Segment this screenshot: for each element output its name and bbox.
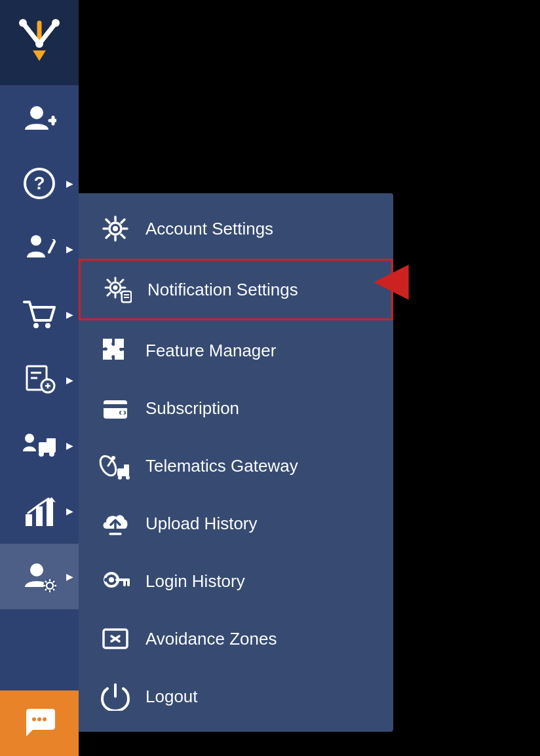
- telematics-gateway-label: Telematics Gateway: [145, 456, 298, 476]
- svg-point-73: [121, 411, 125, 415]
- fleet-icon: [22, 429, 57, 462]
- svg-point-45: [43, 717, 47, 721]
- upload-history-icon: [98, 506, 132, 540]
- svg-line-40: [53, 589, 54, 590]
- svg-point-79: [118, 476, 122, 480]
- svg-point-84: [109, 577, 114, 582]
- telematics-gateway-icon: [98, 449, 132, 483]
- svg-point-3: [19, 19, 27, 27]
- chat-icon: [22, 705, 56, 742]
- svg-point-23: [25, 434, 34, 443]
- login-history-icon: [98, 564, 132, 598]
- svg-point-43: [32, 717, 36, 721]
- sidebar-item-chat[interactable]: [0, 690, 79, 756]
- feature-manager-label: Feature Manager: [145, 341, 276, 361]
- account-settings-icon: [98, 212, 132, 246]
- svg-rect-71: [104, 404, 127, 408]
- svg-rect-78: [124, 464, 129, 470]
- menu-item-login-history[interactable]: Login History: [79, 552, 393, 610]
- svg-point-32: [30, 563, 43, 576]
- svg-point-5: [35, 40, 43, 48]
- svg-line-54: [121, 219, 125, 223]
- svg-point-4: [52, 19, 60, 27]
- svg-line-62: [107, 280, 110, 282]
- svg-point-57: [113, 286, 118, 290]
- svg-line-53: [121, 235, 125, 238]
- svg-line-64: [121, 280, 123, 282]
- svg-point-12: [31, 235, 41, 246]
- svg-line-13: [49, 242, 54, 252]
- admin-icon: [22, 559, 56, 594]
- menu-item-upload-history[interactable]: Upload History: [79, 495, 393, 552]
- menu-item-feature-manager[interactable]: Feature Manager: [79, 322, 393, 379]
- svg-rect-30: [47, 500, 53, 526]
- cart-icon: [23, 298, 56, 331]
- logout-label: Logout: [145, 687, 198, 707]
- sidebar-item-fleet[interactable]: ▶: [0, 413, 79, 478]
- svg-point-88: [104, 578, 108, 582]
- analytics-chevron: ▶: [66, 244, 73, 254]
- reports-chevron: ▶: [66, 506, 73, 516]
- svg-line-65: [107, 293, 110, 295]
- svg-rect-29: [36, 506, 43, 526]
- svg-point-7: [30, 106, 43, 119]
- admin-chevron: ▶: [66, 571, 73, 582]
- dropdown-menu: Account Settings N: [79, 193, 393, 732]
- sidebar-item-admin[interactable]: ▶: [0, 544, 79, 609]
- help-chevron: ▶: [66, 178, 73, 189]
- subscription-label: Subscription: [145, 398, 239, 419]
- menu-item-account-settings[interactable]: Account Settings: [79, 200, 393, 257]
- avoidance-zones-icon: [98, 622, 132, 656]
- sidebar-logo[interactable]: [0, 0, 79, 85]
- sidebar-item-reports[interactable]: ▶: [0, 478, 79, 544]
- svg-point-80: [126, 476, 130, 480]
- notification-settings-label: Notification Settings: [147, 280, 298, 300]
- sidebar: ? ▶ ▶ ▶: [0, 0, 79, 756]
- subscription-icon: [98, 391, 132, 425]
- sidebar-item-analytics[interactable]: ▶: [0, 216, 79, 282]
- svg-line-1: [23, 23, 39, 44]
- menu-item-notification-settings[interactable]: Notification Settings: [79, 259, 393, 320]
- svg-point-47: [113, 226, 118, 231]
- sidebar-item-cart[interactable]: ▶: [0, 282, 79, 347]
- menu-item-avoidance-zones[interactable]: Avoidance Zones: [79, 610, 393, 668]
- svg-point-44: [37, 717, 41, 721]
- notification-settings-icon: [100, 273, 134, 307]
- menu-item-telematics-gateway[interactable]: Telematics Gateway: [79, 437, 393, 495]
- feature-manager-icon: [98, 333, 132, 368]
- menu-item-logout[interactable]: Logout: [79, 668, 393, 725]
- reports-icon: [23, 495, 56, 527]
- sidebar-item-tracking[interactable]: ▶: [0, 347, 79, 413]
- svg-line-42: [45, 589, 47, 590]
- svg-point-15: [33, 323, 39, 328]
- analytics-icon: [23, 233, 56, 265]
- red-arrow-indicator: ◀: [374, 255, 409, 301]
- svg-rect-28: [26, 514, 32, 526]
- svg-line-41: [53, 581, 54, 582]
- svg-line-2: [39, 23, 56, 44]
- svg-text:?: ?: [33, 173, 45, 193]
- svg-marker-6: [33, 50, 46, 61]
- sidebar-item-add-user[interactable]: [0, 85, 79, 151]
- svg-point-76: [111, 456, 115, 460]
- svg-rect-25: [47, 438, 56, 445]
- logout-icon: [98, 679, 132, 713]
- upload-history-label: Upload History: [145, 514, 258, 534]
- add-user-icon: [22, 101, 56, 135]
- cart-chevron: ▶: [66, 309, 73, 320]
- fleet-chevron: ▶: [66, 440, 73, 451]
- menu-item-subscription[interactable]: Subscription: [79, 379, 393, 437]
- svg-point-26: [39, 451, 44, 457]
- tracking-icon: [23, 364, 56, 396]
- svg-line-52: [106, 219, 109, 223]
- svg-line-39: [45, 581, 47, 582]
- svg-rect-70: [104, 400, 127, 419]
- account-settings-label: Account Settings: [145, 219, 273, 239]
- svg-point-27: [49, 451, 54, 457]
- avoidance-zones-label: Avoidance Zones: [145, 629, 277, 649]
- tracking-chevron: ▶: [66, 375, 73, 385]
- help-icon: ?: [23, 167, 56, 200]
- svg-line-55: [106, 235, 109, 238]
- svg-point-16: [45, 323, 50, 328]
- sidebar-item-help[interactable]: ? ▶: [0, 151, 79, 216]
